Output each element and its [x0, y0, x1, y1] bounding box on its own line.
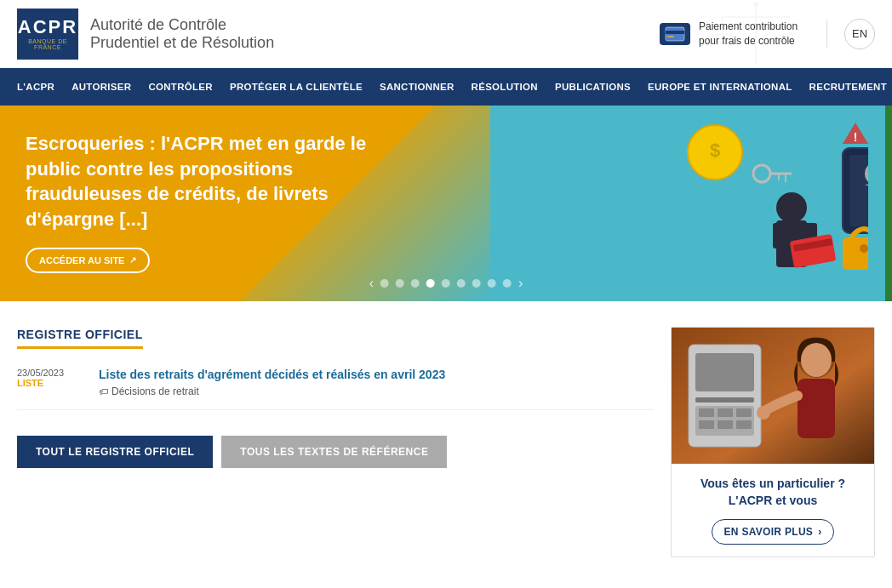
carousel-prev[interactable]: ‹ — [369, 276, 374, 291]
hero-cta-button[interactable]: ACCÉDER AU SITE ↗ — [26, 248, 150, 273]
title-line2: Prudentiel et de Résolution — [90, 34, 274, 52]
chevron-right-icon: › — [818, 526, 821, 538]
svg-point-53 — [757, 406, 770, 420]
nav-item-autoriser[interactable]: AUTORISER — [63, 68, 140, 106]
svg-text:!: ! — [853, 130, 857, 144]
registre-btn[interactable]: TOUT LE REGISTRE OFFICIEL — [17, 436, 213, 468]
particulier-image — [672, 328, 874, 464]
particulier-card-body: Vous êtes un particulier ? L'ACPR et vou… — [672, 464, 874, 557]
header: ACPR BANQUE DE FRANCE Autorité de Contrô… — [0, 0, 892, 68]
svg-rect-24 — [849, 155, 868, 226]
carousel-controls: ‹ › — [369, 276, 523, 291]
tag-icon: 🏷 — [99, 386, 108, 397]
external-link-icon: ↗ — [129, 255, 136, 265]
registre-meta: 23/05/2023 LISTE — [17, 368, 85, 397]
carousel-dot-6[interactable] — [457, 279, 466, 288]
logo-text: ACPR — [18, 18, 77, 37]
title-line1: Autorité de Contrôle — [90, 16, 274, 34]
nav-item-sanctionner[interactable]: SANCTIONNER — [371, 68, 463, 106]
registre-tag-text: Décisions de retrait — [112, 385, 199, 397]
carousel-dot-3[interactable] — [411, 279, 420, 288]
en-savoir-label: EN SAVOIR PLUS — [724, 526, 814, 538]
svg-rect-41 — [695, 353, 754, 391]
logo-acpr[interactable]: ACPR BANQUE DE FRANCE — [17, 9, 78, 60]
svg-rect-19 — [773, 223, 786, 248]
green-sidebar — [885, 106, 892, 301]
registre-section-title: REGISTRE OFFICIEL — [17, 328, 143, 349]
particulier-card: Vous êtes un particulier ? L'ACPR et vou… — [671, 327, 875, 557]
carousel-next[interactable]: › — [518, 276, 523, 291]
main-content: REGISTRE OFFICIEL 23/05/2023 LISTE Liste… — [0, 301, 892, 574]
particulier-text: Vous êtes un particulier ? L'ACPR et vou… — [683, 476, 862, 509]
svg-point-2 — [753, 2, 758, 7]
hero-banner: Escroqueries : l'ACPR met en garde le pu… — [0, 106, 892, 301]
svg-rect-9 — [667, 36, 674, 37]
nav-item-controler[interactable]: CONTRÔLER — [140, 68, 221, 106]
svg-rect-48 — [718, 420, 733, 429]
nav-item-recrutement[interactable]: RECRUTEMENT — [801, 68, 892, 106]
registre-date: 23/05/2023 — [17, 368, 85, 378]
svg-point-38 — [860, 244, 868, 253]
hero-btn-label: ACCÉDER AU SITE — [39, 255, 124, 265]
justice-scale-decoration — [705, 0, 790, 68]
svg-rect-8 — [666, 31, 684, 34]
card-icon — [660, 23, 690, 45]
carousel-dot-9[interactable] — [503, 279, 512, 288]
carousel-dot-5[interactable] — [442, 279, 450, 288]
nav-item-lacpr[interactable]: L'ACPR — [9, 68, 63, 106]
svg-point-51 — [801, 343, 832, 377]
content-left: REGISTRE OFFICIEL 23/05/2023 LISTE Liste… — [17, 327, 654, 557]
svg-rect-37 — [843, 237, 868, 270]
carousel-dot-7[interactable] — [472, 279, 481, 288]
svg-rect-52 — [798, 379, 835, 438]
svg-rect-47 — [699, 420, 714, 429]
main-nav: L'ACPR AUTORISER CONTRÔLER PROTÉGER LA C… — [0, 68, 892, 106]
registre-tag: 🏷 Décisions de retrait — [99, 385, 445, 397]
logo-box: ACPR BANQUE DE FRANCE Autorité de Contrô… — [17, 9, 274, 60]
logo-sub: BANQUE DE FRANCE — [20, 38, 75, 50]
textes-btn[interactable]: TOUS LES TEXTES DE RÉFÉRENCE — [221, 436, 447, 468]
svg-rect-42 — [695, 397, 754, 402]
carousel-dot-2[interactable] — [396, 279, 404, 288]
svg-rect-49 — [736, 420, 752, 429]
registre-item: 23/05/2023 LISTE Liste des retraits d'ag… — [17, 356, 654, 410]
action-buttons: TOUT LE REGISTRE OFFICIEL TOUS LES TEXTE… — [17, 436, 654, 468]
svg-point-6 — [778, 34, 790, 43]
svg-rect-45 — [718, 408, 733, 417]
registre-type: LISTE — [17, 378, 85, 388]
carousel-dot-1[interactable] — [380, 279, 389, 288]
hero-illustration: $ PIN — [402, 106, 892, 301]
svg-rect-46 — [736, 408, 752, 417]
svg-point-17 — [776, 192, 807, 223]
hero-text-area: Escroqueries : l'ACPR met en garde le pu… — [26, 131, 383, 273]
hero-title: Escroqueries : l'ACPR met en garde le pu… — [26, 131, 383, 232]
carousel-dot-8[interactable] — [488, 279, 496, 288]
logo-title: Autorité de Contrôle Prudentiel et de Ré… — [90, 16, 274, 52]
nav-item-proteger[interactable]: PROTÉGER LA CLIENTÈLE — [221, 68, 371, 106]
registre-title-link[interactable]: Liste des retraits d'agrément décidés et… — [99, 368, 445, 381]
svg-rect-44 — [699, 408, 714, 417]
nav-item-resolution[interactable]: RÉSOLUTION — [463, 68, 546, 106]
content-right: Vous êtes un particulier ? L'ACPR et vou… — [671, 327, 875, 557]
carousel-dot-4[interactable] — [426, 279, 435, 288]
registre-content: Liste des retraits d'agrément décidés et… — [99, 368, 445, 397]
svg-text:$: $ — [710, 140, 720, 161]
lang-button[interactable]: EN — [844, 19, 875, 49]
nav-item-europe[interactable]: EUROPE ET INTERNATIONAL — [639, 68, 801, 106]
nav-item-publications[interactable]: PUBLICATIONS — [546, 68, 639, 106]
en-savoir-plus-button[interactable]: EN SAVOIR PLUS › — [712, 519, 835, 545]
